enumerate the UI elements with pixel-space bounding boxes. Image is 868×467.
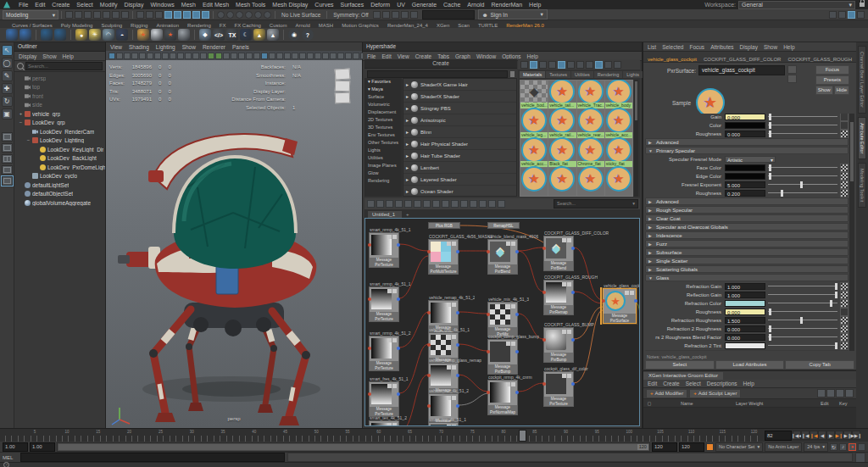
node-editor-toolbar-icon[interactable] [414, 200, 421, 208]
toolbar-icon[interactable] [164, 11, 172, 19]
texture-map-button[interactable] [840, 291, 849, 299]
node-expand-icon[interactable] [392, 235, 397, 239]
material-swatch[interactable]: ★ [577, 168, 604, 196]
ae-menu-selected[interactable]: Selected [662, 44, 683, 50]
input-port[interactable] [542, 338, 546, 342]
node-editor-toolbar-icon[interactable] [460, 200, 468, 208]
input-port[interactable] [542, 247, 546, 250]
step-back-key-button[interactable]: ❙◀ [810, 431, 818, 440]
input-port[interactable] [368, 297, 371, 301]
time-slider[interactable]: 5101520253035404550556065707580859095100… [0, 428, 763, 442]
texture-map-button[interactable] [840, 164, 849, 172]
layout-single-pane[interactable] [2, 132, 13, 142]
output-port[interactable] [456, 311, 459, 314]
animation-start-field[interactable]: 1.00 [3, 442, 28, 452]
create-node-layered-shader[interactable]: ▸Layered Shader [403, 174, 516, 186]
node-editor-toolbar-icon[interactable] [367, 200, 375, 208]
outliner-item-front[interactable]: front [14, 92, 105, 101]
create-category-volumetric[interactable]: Volumetric [364, 101, 402, 108]
input-port[interactable] [427, 343, 431, 347]
menu-mesh[interactable]: Mesh [181, 2, 196, 8]
section-specular-and-clearcoat-globals[interactable]: ▶Specular and Clearcoat Globals [645, 223, 849, 231]
output-port[interactable] [397, 243, 400, 247]
renderman-playblast-icon[interactable] [54, 29, 66, 41]
browser-toolbar-icon[interactable] [604, 61, 612, 69]
section-scattering-globals[interactable]: ▶Scattering Globals [645, 265, 849, 273]
anim-layer-dropdown[interactable]: No Anim Layer [765, 442, 802, 452]
material-swatch[interactable]: ★Black_flat [548, 139, 576, 167]
viewport-toolbar-icon[interactable] [200, 53, 207, 59]
viewport-toolbar-icon[interactable] [299, 53, 306, 59]
outliner-item-LookDev_RenderCam[interactable]: LookDev_RenderCam [14, 127, 105, 136]
viewport-toolbar-icon[interactable] [177, 53, 184, 59]
xgen-menu-create[interactable]: Create [663, 381, 680, 386]
sign-in-dropdown[interactable]: ☻ Sign In ▾ [478, 9, 548, 19]
node-editor-toolbar-icon[interactable] [451, 200, 459, 208]
material-swatch[interactable]: ★ [548, 168, 576, 196]
create-node-anisotropic[interactable]: ▸Anisotropic [403, 114, 516, 126]
playback-start-field[interactable]: 1.00 [30, 442, 55, 452]
command-input[interactable] [20, 453, 285, 462]
viewport-toolbar-icon[interactable] [307, 53, 314, 59]
viewport-toolbar-icon[interactable] [314, 53, 321, 59]
script-editor-icon[interactable] [855, 453, 865, 463]
menu-renderman[interactable]: RenderMan [492, 2, 523, 8]
node-editor-search-input[interactable]: Search... ▾ [554, 199, 638, 208]
outliner-item-LookDev_PxrDomeLight[interactable]: LookDev_PxrDomeLight [14, 163, 105, 172]
attribute-slider[interactable] [768, 173, 837, 180]
create-node-ocean-shader[interactable]: ▸Ocean Shader [403, 186, 516, 197]
toolbar-icon[interactable] [65, 11, 73, 19]
node-collapse-icon[interactable] [387, 338, 392, 342]
menu-generate[interactable]: Generate [412, 2, 437, 8]
section-clear-coat[interactable]: ▶Clear Coat [645, 214, 849, 222]
rotate-tool[interactable]: ↻ [2, 96, 13, 107]
attribute-value-field[interactable]: 0.000 [725, 131, 765, 137]
xgen-panel-tab[interactable]: XGen Interactive Groom Editor [643, 372, 723, 380]
outliner-item-LookDev_BackLight[interactable]: LookDev_BackLight [14, 154, 105, 164]
toolbar-icon[interactable] [217, 11, 225, 19]
outliner-item-top[interactable]: top [14, 83, 105, 92]
node-expand-icon[interactable] [567, 374, 571, 378]
pxr-surface-material-icon[interactable]: ★ [137, 29, 149, 41]
toolbar-icon[interactable] [121, 11, 129, 19]
viewport-toolbar-icon[interactable] [223, 53, 230, 59]
node-collapse-icon[interactable] [447, 242, 451, 246]
create-category-maya[interactable]: ▾ Maya [364, 86, 402, 93]
save-layer-icon[interactable] [836, 389, 844, 398]
viewport-toolbar-icon[interactable] [231, 53, 237, 59]
material-swatch[interactable]: ★Chrome_flat [577, 139, 604, 167]
ae-menu-show[interactable]: Show [764, 44, 777, 50]
output-port[interactable] [397, 347, 400, 350]
create-category-lights[interactable]: Lights [364, 147, 402, 154]
slider-handle[interactable] [835, 342, 837, 349]
renderman-help-icon[interactable]: ? [302, 29, 314, 41]
input-port[interactable] [487, 350, 490, 353]
output-port[interactable] [571, 338, 575, 342]
material-swatch[interactable]: ★vehicle_tail... [548, 81, 576, 108]
outliner-item-defaultObjectSet[interactable]: defaultObjectSet [14, 190, 105, 199]
fps-dropdown[interactable]: 24 fps▾ [804, 442, 828, 452]
outliner-search-input[interactable] [25, 62, 103, 70]
attribute-slider[interactable] [768, 325, 837, 332]
node-expand-icon[interactable] [630, 291, 634, 295]
hypershade-menu-create[interactable]: Create [415, 53, 432, 59]
menu-curves[interactable]: Curves [314, 2, 333, 8]
color-swatch[interactable] [725, 173, 765, 180]
hypershade-menu-tabs[interactable]: Tabs [437, 53, 449, 59]
menu-mesh-tools[interactable]: Mesh Tools [236, 2, 265, 8]
material-swatch[interactable]: ★ [520, 168, 548, 196]
menu-create[interactable]: Create [52, 2, 70, 8]
output-port[interactable] [397, 297, 400, 301]
slider-handle[interactable] [769, 164, 771, 171]
menu-edit[interactable]: Edit [35, 2, 45, 8]
create-node-shaderfx-shader[interactable]: ▸ShaderfX Shader [403, 91, 516, 103]
xgen-menu-descriptions[interactable]: Descriptions [707, 381, 737, 386]
node-expand-icon[interactable] [452, 365, 456, 370]
node-collapse-icon[interactable] [447, 335, 451, 339]
node-editor-toolbar-icon[interactable] [404, 200, 412, 208]
material-swatch[interactable]: ★vehicle_acc... [605, 109, 632, 137]
browser-tab-rendering[interactable]: Rendering [594, 71, 622, 78]
texture-map-button[interactable] [840, 114, 849, 121]
toolbar-icon[interactable] [829, 11, 837, 19]
robot-model[interactable] [106, 60, 362, 428]
